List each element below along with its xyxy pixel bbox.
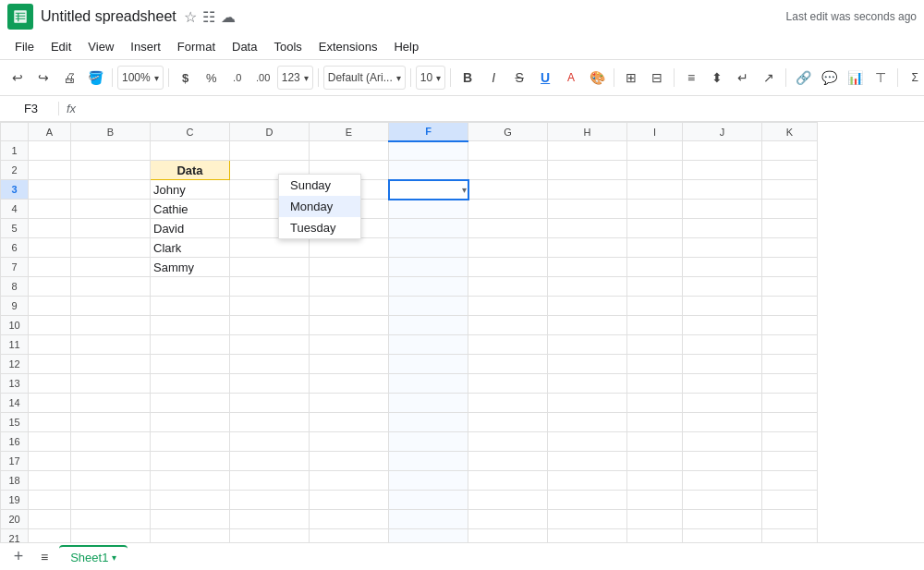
cell-B18[interactable] bbox=[71, 471, 151, 491]
cell-B21[interactable] bbox=[71, 529, 151, 543]
cell-C3[interactable]: Johny bbox=[151, 180, 230, 200]
cell-E11[interactable] bbox=[310, 335, 389, 355]
cell-K12[interactable] bbox=[762, 355, 818, 374]
cell-F6[interactable] bbox=[389, 238, 468, 258]
cell-J15[interactable] bbox=[683, 413, 762, 432]
col-header-i[interactable]: I bbox=[627, 123, 683, 141]
cell-B4[interactable] bbox=[71, 200, 151, 219]
col-header-k[interactable]: K bbox=[762, 123, 818, 141]
cell-B10[interactable] bbox=[71, 316, 151, 335]
cell-F17[interactable] bbox=[389, 452, 468, 471]
cell-G14[interactable] bbox=[468, 394, 548, 413]
col-header-j[interactable]: J bbox=[683, 123, 762, 141]
drive-icon[interactable]: ☷ bbox=[202, 8, 215, 26]
cell-J5[interactable] bbox=[683, 219, 762, 238]
menu-format[interactable]: Format bbox=[170, 38, 223, 55]
cell-B12[interactable] bbox=[71, 355, 151, 374]
cell-H7[interactable] bbox=[548, 258, 627, 277]
cell-I6[interactable] bbox=[627, 238, 683, 258]
cell-A21[interactable] bbox=[29, 529, 71, 543]
cell-I4[interactable] bbox=[627, 200, 683, 219]
formula-input[interactable] bbox=[83, 102, 920, 115]
cloud-icon[interactable]: ☁ bbox=[221, 8, 236, 26]
row-header-14[interactable]: 14 bbox=[1, 394, 29, 413]
cell-K17[interactable] bbox=[762, 452, 818, 471]
cell-K1[interactable] bbox=[762, 141, 818, 161]
italic-button[interactable]: I bbox=[481, 66, 505, 90]
cell-G12[interactable] bbox=[468, 355, 548, 374]
cell-E8[interactable] bbox=[310, 277, 389, 297]
cell-A5[interactable] bbox=[29, 219, 71, 238]
merge-button[interactable]: ⊟ bbox=[645, 66, 669, 90]
row-header-16[interactable]: 16 bbox=[1, 432, 29, 452]
cell-D13[interactable] bbox=[230, 374, 310, 394]
cell-E7[interactable] bbox=[310, 258, 389, 277]
cell-D15[interactable] bbox=[230, 413, 310, 432]
cell-K3[interactable] bbox=[762, 180, 818, 200]
cell-G8[interactable] bbox=[468, 277, 548, 297]
cell-C12[interactable] bbox=[151, 355, 230, 374]
cell-G2[interactable] bbox=[468, 161, 548, 180]
cell-H20[interactable] bbox=[548, 510, 627, 529]
cell-D14[interactable] bbox=[230, 394, 310, 413]
cell-G9[interactable] bbox=[468, 297, 548, 316]
cell-J4[interactable] bbox=[683, 200, 762, 219]
cell-K2[interactable] bbox=[762, 161, 818, 180]
cell-C15[interactable] bbox=[151, 413, 230, 432]
cell-D19[interactable] bbox=[230, 491, 310, 510]
cell-A14[interactable] bbox=[29, 394, 71, 413]
cell-E12[interactable] bbox=[310, 355, 389, 374]
cell-I3[interactable] bbox=[627, 180, 683, 200]
cell-H17[interactable] bbox=[548, 452, 627, 471]
cell-B20[interactable] bbox=[71, 510, 151, 529]
cell-G1[interactable] bbox=[468, 141, 548, 161]
cell-K16[interactable] bbox=[762, 432, 818, 452]
cell-A10[interactable] bbox=[29, 316, 71, 335]
cell-I14[interactable] bbox=[627, 394, 683, 413]
cell-B17[interactable] bbox=[71, 452, 151, 471]
ac-option-monday[interactable]: Monday bbox=[279, 196, 360, 217]
wrap-button[interactable]: ↵ bbox=[731, 66, 755, 90]
text-color-button[interactable]: A bbox=[559, 66, 583, 90]
cell-D21[interactable] bbox=[230, 529, 310, 543]
cell-B5[interactable] bbox=[71, 219, 151, 238]
cell-C13[interactable] bbox=[151, 374, 230, 394]
cell-B11[interactable] bbox=[71, 335, 151, 355]
cell-E21[interactable] bbox=[310, 529, 389, 543]
row-header-6[interactable]: 6 bbox=[1, 238, 29, 258]
cell-I2[interactable] bbox=[627, 161, 683, 180]
cell-G10[interactable] bbox=[468, 316, 548, 335]
menu-view[interactable]: View bbox=[80, 38, 121, 55]
cell-H1[interactable] bbox=[548, 141, 627, 161]
cell-D10[interactable] bbox=[230, 316, 310, 335]
col-header-f[interactable]: F bbox=[389, 123, 468, 141]
cell-I19[interactable] bbox=[627, 491, 683, 510]
cell-G19[interactable] bbox=[468, 491, 548, 510]
row-header-20[interactable]: 20 bbox=[1, 510, 29, 529]
bold-button[interactable]: B bbox=[456, 66, 480, 90]
cell-F14[interactable] bbox=[389, 394, 468, 413]
cell-C8[interactable] bbox=[151, 277, 230, 297]
cell-E6[interactable] bbox=[310, 238, 389, 258]
cell-G4[interactable] bbox=[468, 200, 548, 219]
cell-I17[interactable] bbox=[627, 452, 683, 471]
cell-B15[interactable] bbox=[71, 413, 151, 432]
cell-F16[interactable] bbox=[389, 432, 468, 452]
highlight-color-button[interactable]: 🎨 bbox=[585, 66, 609, 90]
col-header-g[interactable]: G bbox=[468, 123, 548, 141]
cell-A20[interactable] bbox=[29, 510, 71, 529]
cell-B8[interactable] bbox=[71, 277, 151, 297]
cell-I18[interactable] bbox=[627, 471, 683, 491]
cell-E9[interactable] bbox=[310, 297, 389, 316]
cell-H4[interactable] bbox=[548, 200, 627, 219]
cell-A12[interactable] bbox=[29, 355, 71, 374]
cell-A2[interactable] bbox=[29, 161, 71, 180]
cell-A7[interactable] bbox=[29, 258, 71, 277]
cell-A11[interactable] bbox=[29, 335, 71, 355]
cell-E19[interactable] bbox=[310, 491, 389, 510]
cell-C1[interactable] bbox=[151, 141, 230, 161]
cell-D7[interactable] bbox=[230, 258, 310, 277]
font-dropdown[interactable]: Default (Ari... ▾ bbox=[323, 66, 406, 90]
row-header-19[interactable]: 19 bbox=[1, 491, 29, 510]
cell-C20[interactable] bbox=[151, 510, 230, 529]
